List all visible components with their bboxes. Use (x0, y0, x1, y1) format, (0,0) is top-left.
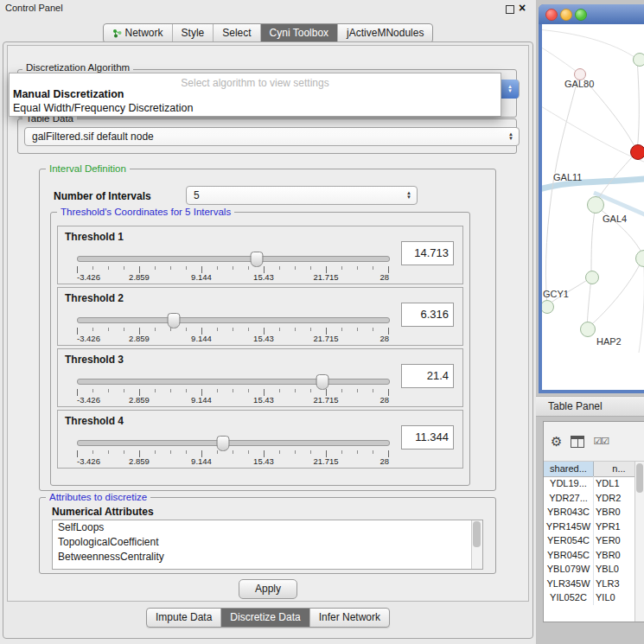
tab-network[interactable]: Network (104, 24, 172, 42)
apply-button[interactable]: Apply (239, 579, 297, 599)
threshold-2-slider[interactable] (77, 314, 388, 326)
network-node[interactable] (587, 196, 604, 214)
threshold-2-panel: Threshold 2 -3.426 2.859 9.144 15.43 21.… (57, 287, 463, 346)
dropdown-prompt: Select algorithm to view settings (10, 77, 501, 89)
tab-discretize-data[interactable]: Discretize Data (220, 609, 309, 627)
control-panel-title: Control Panel (5, 3, 63, 13)
tab-network-label: Network (125, 27, 163, 39)
number-of-intervals-label: Number of Intervals (54, 190, 151, 202)
close-icon[interactable]: × (519, 1, 526, 15)
threshold-4-value[interactable]: 11.344 (401, 425, 454, 450)
slider-thumb[interactable] (217, 436, 230, 451)
table-row[interactable]: YBL079W YBL0 (544, 562, 644, 577)
list-scrollbar[interactable] (471, 520, 482, 569)
bottom-tab-bar: Impute Data Discretize Data Infer Networ… (0, 608, 536, 628)
combobox-stepper-icon: ▲ ▼ (401, 191, 414, 200)
threshold-3-slider[interactable] (77, 375, 388, 387)
threshold-1-value[interactable]: 14.713 (401, 241, 454, 265)
dropdown-option-manual-discretization[interactable]: Manual Discretization (13, 88, 124, 100)
slider-scale: -3.426 2.859 9.144 15.43 21.715 28 (77, 395, 389, 405)
column-header-shared-name[interactable]: shared... (544, 462, 594, 476)
close-traffic-light[interactable] (545, 9, 558, 21)
threshold-2-value[interactable]: 6.316 (401, 303, 454, 327)
threshold-3-value[interactable]: 21.4 (401, 364, 454, 388)
table-body: YDL19... YDL1 YDR27... YDR2 YBR043C YBR0… (544, 476, 644, 605)
table-row[interactable]: YBR045C YBR0 (544, 548, 644, 563)
network-node[interactable] (633, 53, 644, 67)
numerical-attributes-list: SelfLoops TopologicalCoefficient Between… (52, 520, 483, 570)
table-data-value: galFiltered.sif default node (32, 131, 154, 143)
table-panel-window: ⚙ ☑☑ shared... n... YDL19... YDL1 YDR27.… (543, 421, 644, 622)
slider-thumb[interactable] (316, 374, 329, 390)
table-row[interactable]: YIL052C YIL0 (544, 590, 644, 605)
column-selector-icon[interactable] (571, 436, 584, 448)
threshold-2-label: Threshold 2 (65, 292, 124, 304)
network-node-selected[interactable] (630, 144, 644, 160)
table-row[interactable]: YDR27... YDR2 (544, 491, 644, 506)
table-header-row: shared... n... (544, 462, 644, 477)
table-row[interactable]: YER054C YER0 (544, 533, 644, 548)
tab-select[interactable]: Select (213, 24, 259, 42)
tab-style[interactable]: Style (172, 24, 214, 42)
table-data-combobox[interactable]: galFiltered.sif default node ▲ ▼ (24, 127, 520, 146)
table-row[interactable]: YLR345W YLR3 (544, 577, 644, 591)
attributes-group-label: Attributes to discretize (46, 492, 150, 502)
float-window-icon[interactable] (506, 5, 514, 14)
node-label-gal11: GAL11 (553, 172, 582, 182)
gear-icon[interactable]: ⚙ (551, 434, 562, 450)
table-toolbar: ⚙ ☑☑ (544, 422, 644, 462)
threshold-1-label: Threshold 1 (65, 231, 124, 243)
threshold-3-label: Threshold 3 (65, 354, 124, 366)
list-item[interactable]: SelfLoops (53, 520, 482, 535)
slider-track[interactable] (77, 256, 390, 262)
slider-scale: -3.426 2.859 9.144 15.43 21.715 28 (77, 334, 389, 343)
slider-track[interactable] (77, 379, 390, 385)
tab-infer-network[interactable]: Infer Network (309, 609, 389, 627)
table-row[interactable]: YBR043C YBR0 (544, 505, 644, 520)
slider-thumb[interactable] (167, 313, 180, 328)
network-window-titlebar[interactable] (539, 4, 644, 24)
tab-impute-data[interactable]: Impute Data (147, 609, 220, 627)
interval-definition-label: Interval Definition (46, 163, 130, 174)
table-row[interactable]: YDL19... YDL1 (544, 476, 644, 491)
minimize-traffic-light[interactable] (560, 9, 572, 21)
node-label-hap2: HAP2 (596, 336, 622, 347)
numerical-attributes-label: Numerical Attributes (52, 506, 154, 518)
table-scrollbar[interactable] (634, 462, 644, 622)
dropdown-option-equal-width[interactable]: Equal Width/Frequency Discretization (13, 102, 193, 114)
threshold-1-panel: Threshold 1 -3.426 2.859 9.144 15.43 21.… (57, 226, 463, 284)
threshold-4-panel: Threshold 4 -3.426 2.859 9.144 15.43 21.… (57, 410, 463, 469)
zoom-traffic-light[interactable] (575, 9, 587, 21)
slider-track[interactable] (77, 440, 390, 446)
scrollbar-thumb[interactable] (473, 521, 481, 547)
thresholds-group-label: Threshold's Coordinates for 5 Intervals (57, 207, 234, 217)
scrollbar-thumb[interactable] (636, 463, 643, 493)
table-panel-titlebar: Table Panel (536, 396, 644, 417)
combobox-stepper-icon: ▲ ▼ (503, 132, 516, 141)
tab-cyni-toolbox[interactable]: Cyni Toolbox (260, 24, 337, 42)
node-label-gal4: GAL4 (603, 214, 627, 224)
table-row[interactable]: YPR145W YPR1 (544, 520, 644, 534)
network-icon (112, 29, 122, 38)
table-panel-title: Table Panel (548, 400, 603, 412)
top-tab-bar: Network Style Select Cyni Toolbox jActiv… (0, 23, 536, 43)
number-of-intervals-value: 5 (194, 189, 200, 201)
slider-track[interactable] (77, 317, 390, 323)
threshold-1-slider[interactable] (77, 252, 388, 265)
number-of-intervals-combobox[interactable]: 5 ▲ ▼ (186, 186, 418, 205)
network-node[interactable] (585, 271, 599, 284)
node-label-gal80: GAL80 (564, 79, 594, 89)
tab-jactivemnodules[interactable]: jActiveMNodules (337, 24, 432, 42)
threshold-3-panel: Threshold 3 -3.426 2.859 9.144 15.43 21.… (57, 348, 463, 407)
slider-thumb[interactable] (250, 252, 263, 267)
threshold-4-slider[interactable] (77, 437, 388, 449)
screen: Control Panel × Network Style Select Cy (0, 0, 644, 644)
network-canvas[interactable]: GAL80 GAL11 GAL4 GCY1 HAP2 (542, 24, 644, 390)
list-item[interactable]: BetweennessCentrality (53, 550, 482, 564)
combobox-arrows: ▲ ▼ (501, 80, 519, 99)
list-item[interactable]: TopologicalCoefficient (53, 535, 482, 550)
network-node[interactable] (580, 322, 596, 337)
checkbox-icon[interactable]: ☑☑ (593, 436, 609, 447)
algorithm-group-label: Discretization Algorithm (22, 62, 133, 73)
slider-scale: -3.426 2.859 9.144 15.43 21.715 28 (77, 456, 389, 466)
